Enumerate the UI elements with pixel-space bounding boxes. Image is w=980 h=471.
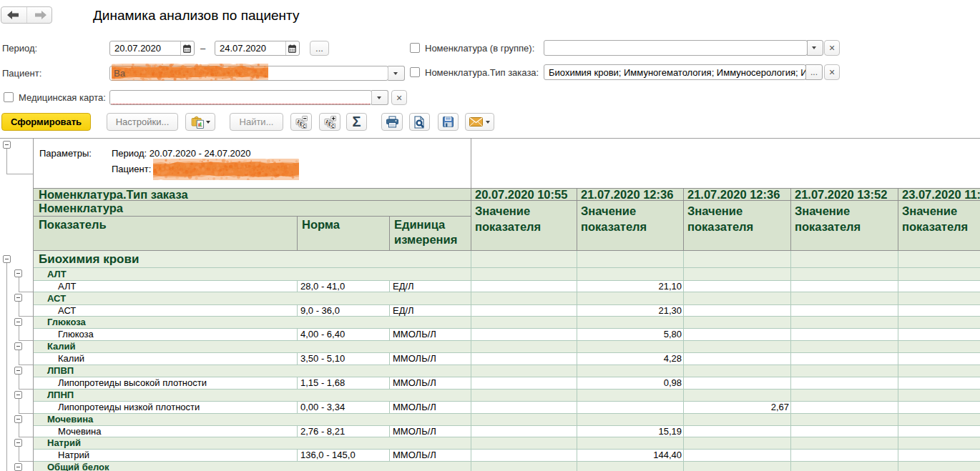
svg-text:С: С: [303, 123, 306, 128]
svg-text:С: С: [331, 123, 335, 128]
